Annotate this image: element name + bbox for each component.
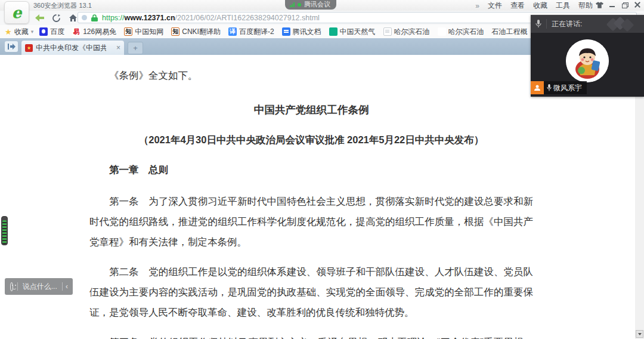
cnki-icon: 知 bbox=[171, 27, 179, 36]
minimize-icon bbox=[609, 6, 615, 7]
bookmark-tencent-docs[interactable]: 腾讯文档 bbox=[282, 27, 321, 37]
close-button[interactable] bbox=[631, 0, 643, 10]
meeting-pill-label: 腾讯会议 bbox=[304, 0, 330, 9]
restore-session-button[interactable] bbox=[5, 41, 18, 52]
bookmark-label: 中国天然气 bbox=[340, 27, 376, 37]
favorites-button[interactable]: ★ 收藏 ▾ bbox=[5, 27, 33, 37]
back-arrow-icon bbox=[35, 14, 44, 21]
tab-close-icon[interactable]: × bbox=[116, 44, 120, 52]
meeting-video-area: 微风系宇 bbox=[531, 33, 644, 97]
meeting-floating-pill[interactable]: 腾讯会议 bbox=[285, 0, 336, 10]
translate-icon: 译 bbox=[228, 27, 237, 36]
url-protocol: https:// bbox=[102, 14, 125, 22]
new-tab-button[interactable]: + bbox=[128, 42, 143, 54]
speaker-avatar bbox=[566, 39, 609, 82]
participant-icon bbox=[531, 81, 544, 94]
bookmark-label: 百度 bbox=[50, 27, 64, 37]
browser-logo[interactable]: e bbox=[4, 1, 29, 24]
article-intro: 《条例》全文如下。 bbox=[89, 69, 533, 82]
bookmark-label: 腾讯文档 bbox=[293, 27, 321, 37]
page-scrollbar[interactable] bbox=[635, 55, 644, 339]
scroll-down-button[interactable] bbox=[636, 330, 643, 338]
emoji-icon[interactable] bbox=[10, 282, 13, 291]
tab-favicon-icon: ★ bbox=[25, 44, 33, 52]
menu-tools[interactable]: 工具 bbox=[556, 1, 570, 11]
t-shirt-icon bbox=[596, 2, 603, 8]
gas-icon bbox=[329, 27, 338, 36]
menu-favorites[interactable]: 收藏 bbox=[533, 1, 547, 11]
chapter-heading: 第一章 总则 bbox=[89, 164, 533, 177]
window-title: 360安全浏览器 13.1 bbox=[33, 1, 92, 10]
page-icon bbox=[383, 27, 392, 36]
bookmark-baidu[interactable]: 百度 bbox=[39, 27, 64, 37]
browser-window: 360安全浏览器 13.1 » 文件 查看 收藏 工具 帮助 腾讯会议 e bbox=[0, 0, 644, 339]
close-icon bbox=[634, 2, 640, 8]
cnki-icon: 知 bbox=[124, 27, 132, 36]
url-text: https://www.12371.cn/2021/06/02/ARTI1622… bbox=[102, 14, 320, 22]
home-icon bbox=[69, 14, 77, 21]
article-paragraph: 第一条 为了深入贯彻习近平新时代中国特色社会主义思想，贯彻落实新时代党的建设总要… bbox=[89, 191, 533, 252]
bookmark-baidu-translate[interactable]: 译百度翻译-2 bbox=[228, 27, 274, 37]
bookmark-label: 中国知网 bbox=[135, 27, 163, 37]
bookmark-label: 哈尔滨石油 bbox=[448, 27, 484, 37]
meeting-overlay[interactable]: 正在讲话: bbox=[531, 15, 644, 97]
menu-view[interactable]: 查看 bbox=[510, 1, 525, 11]
collapse-chevron-icon[interactable]: ‹ bbox=[66, 282, 68, 291]
menu-help[interactable]: 帮助 bbox=[578, 1, 593, 11]
blank-page-icon bbox=[438, 27, 446, 36]
bookmark-label: 石油工程概 bbox=[492, 27, 528, 37]
menu-overflow-icon[interactable]: » bbox=[475, 2, 479, 10]
bookmark-label: 哈尔滨石油 bbox=[394, 27, 430, 37]
back-button[interactable] bbox=[32, 12, 47, 24]
tencent-docs-icon bbox=[282, 27, 290, 36]
star-icon: ★ bbox=[5, 28, 12, 36]
pin-arrow-icon bbox=[8, 44, 16, 50]
minimize-button[interactable] bbox=[606, 0, 618, 10]
tab-current-page[interactable]: ★ 中共中央印发《中国共产党组 × bbox=[21, 41, 124, 55]
ssl-lock-icon bbox=[91, 14, 98, 21]
refresh-icon bbox=[52, 14, 60, 22]
mic-on-icon bbox=[547, 84, 552, 91]
danmaku-chat-bubble[interactable]: 说点什么... ‹ bbox=[5, 278, 73, 295]
restore-icon bbox=[622, 2, 627, 7]
speaker-name: 微风系宇 bbox=[553, 83, 582, 93]
tab-title: 中共中央印发《中国共产党组 bbox=[36, 43, 106, 53]
bookmark-label: 百度翻译-2 bbox=[239, 27, 274, 37]
bookmark-cnki[interactable]: 知中国知网 bbox=[124, 27, 163, 37]
page-dot-icon bbox=[82, 15, 87, 20]
bookmark-china-gas[interactable]: 中国天然气 bbox=[329, 27, 376, 37]
netease-icon: 易 bbox=[72, 27, 80, 36]
meeting-overlay-header: 正在讲话: bbox=[531, 15, 644, 33]
signal-bars-icon bbox=[290, 2, 295, 7]
window-controls bbox=[594, 0, 643, 10]
url-domain: www.12371.cn bbox=[125, 14, 175, 22]
bookmark-petroleum-engineering[interactable]: 石油工程概 bbox=[492, 27, 528, 37]
chevron-down-icon: ▾ bbox=[31, 29, 34, 35]
bookmark-cnki-translate[interactable]: 知CNKI翻译助 bbox=[171, 27, 221, 37]
microphone-icon bbox=[531, 19, 547, 29]
speaker-name-tag: 微风系宇 bbox=[531, 81, 587, 94]
bookmark-harbin-petroleum-2[interactable]: 哈尔滨石油 bbox=[438, 27, 484, 37]
article-title: 中国共产党组织工作条例 bbox=[89, 103, 533, 117]
bookmark-label: CNKI翻译助 bbox=[182, 27, 221, 37]
tencent-meeting-logo-icon bbox=[606, 17, 636, 32]
page-content: 《条例》全文如下。 中国共产党组织工作条例 （2021年4月30日中共中央政治局… bbox=[0, 55, 644, 339]
audio-level-indicator bbox=[1, 216, 8, 245]
article-subtitle: （2021年4月30日中共中央政治局会议审议批准 2021年5月22日中共中央发… bbox=[89, 134, 533, 147]
menu-bar: » 文件 查看 收藏 工具 帮助 bbox=[475, 1, 593, 11]
restore-button[interactable] bbox=[619, 0, 630, 10]
article-paragraph: 第三条 党的组织工作坚持以马克思列宁主义、毛泽东思想、邓小平理论、“三个代表”重… bbox=[89, 332, 533, 339]
browser-logo-icon: e bbox=[12, 5, 22, 20]
bookmark-netease-mail[interactable]: 易126网易免 bbox=[72, 27, 116, 37]
article-paragraph: 第二条 党的组织工作是以党的组织体系建设、领导班子和干部队伍建设、人才队伍建设、… bbox=[89, 261, 533, 322]
bookmark-harbin-petroleum-1[interactable]: 哈尔滨石油 bbox=[383, 27, 430, 37]
skin-button[interactable] bbox=[594, 0, 605, 10]
baidu-icon bbox=[39, 27, 48, 36]
speaking-status-label: 正在讲话: bbox=[552, 19, 582, 29]
refresh-button[interactable] bbox=[49, 12, 63, 24]
chat-input-placeholder[interactable]: 说点什么... bbox=[23, 282, 57, 292]
bookmark-label: 126网易免 bbox=[83, 27, 116, 37]
menu-file[interactable]: 文件 bbox=[488, 1, 502, 11]
favorites-label: 收藏 bbox=[14, 27, 29, 37]
live-dot-icon bbox=[298, 3, 301, 7]
